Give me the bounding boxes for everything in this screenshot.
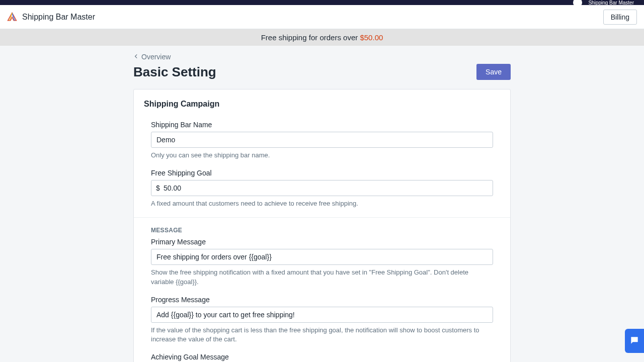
primary-message-input[interactable] — [151, 249, 493, 265]
free-shipping-goal-input[interactable] — [151, 180, 493, 196]
free-shipping-goal-help: A fixed amount that customers need to ac… — [151, 199, 493, 208]
promo-price: $50.00 — [360, 33, 383, 42]
message-section-header: MESSAGE — [151, 227, 493, 234]
card-title: Shipping Campaign — [144, 100, 500, 109]
promo-text: Free shipping for orders over — [261, 33, 360, 42]
breadcrumb-label: Overview — [141, 53, 171, 61]
page-title: Basic Setting — [133, 64, 216, 80]
save-button[interactable]: Save — [476, 64, 511, 80]
browser-chrome-strip: Shipping Bar Master — [0, 0, 644, 5]
progress-message-help: If the value of the shopping cart is les… — [151, 326, 493, 344]
topbar-partial-text: Shipping Bar Master — [588, 0, 634, 5]
achieving-message-label: Achieving Goal Message — [151, 353, 493, 361]
app-title: Shipping Bar Master — [22, 13, 95, 22]
app-logo-icon — [7, 12, 17, 22]
chat-fab-button[interactable] — [625, 329, 644, 353]
shipping-bar-name-help: Only you can see the shipping bar name. — [151, 151, 493, 160]
billing-button[interactable]: Billing — [603, 10, 637, 25]
currency-symbol: $ — [156, 184, 160, 192]
avatar — [573, 0, 582, 5]
primary-message-label: Primary Message — [151, 238, 493, 246]
shipping-bar-name-input[interactable] — [151, 132, 493, 148]
progress-message-input[interactable] — [151, 307, 493, 323]
shipping-campaign-card: Shipping Campaign Shipping Bar Name Only… — [133, 89, 511, 362]
progress-message-label: Progress Message — [151, 296, 493, 304]
breadcrumb-overview[interactable]: Overview — [133, 53, 171, 61]
promo-bar: Free shipping for orders over $50.00 — [0, 29, 644, 46]
section-divider — [134, 217, 510, 218]
app-header: Shipping Bar Master Billing — [0, 5, 644, 29]
free-shipping-goal-label: Free Shipping Goal — [151, 169, 493, 177]
primary-message-help: Show the free shipping notification with… — [151, 268, 493, 286]
chevron-left-icon — [133, 53, 139, 61]
shipping-bar-name-label: Shipping Bar Name — [151, 121, 493, 129]
chat-icon — [629, 335, 639, 347]
